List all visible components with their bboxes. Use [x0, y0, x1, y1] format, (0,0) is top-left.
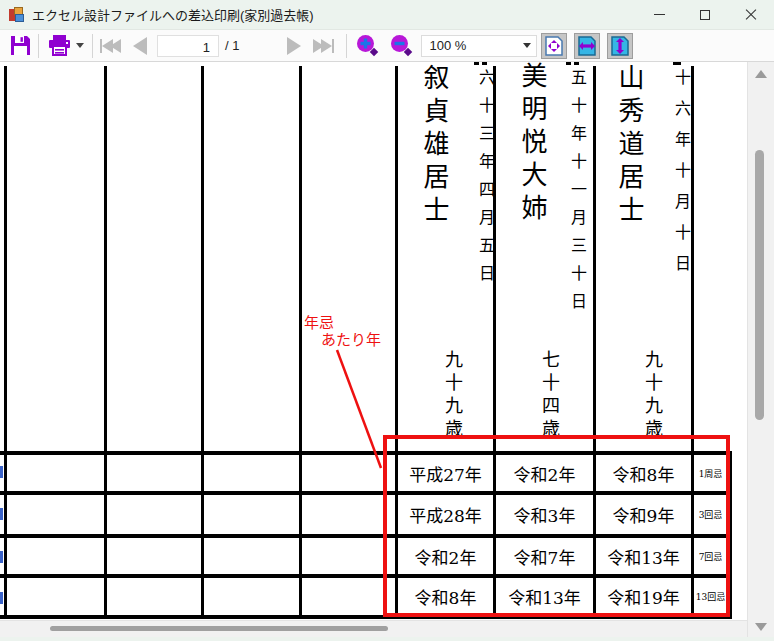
fit-height-icon	[610, 36, 630, 56]
age-at-death: 九十九歳	[639, 350, 665, 442]
clipped-row-text-fragment	[0, 592, 3, 604]
close-icon	[745, 9, 757, 21]
window-bottom-border	[0, 637, 774, 641]
toolbar-separator	[92, 34, 93, 58]
toolbar-separator	[38, 34, 39, 58]
close-button[interactable]	[728, 0, 774, 30]
zoom-out-icon	[390, 34, 413, 57]
maximize-icon	[700, 10, 710, 20]
chevron-down-icon	[76, 43, 84, 48]
page-number-input[interactable]	[157, 35, 219, 57]
last-page-button[interactable]	[313, 39, 334, 53]
zoom-in-button[interactable]	[354, 34, 380, 57]
page-total-label: / 1	[225, 38, 239, 53]
zoom-in-icon	[356, 34, 379, 57]
clipped-row-text-fragment	[0, 508, 3, 520]
kaimyo-name: 叙貞雄居士	[416, 64, 453, 229]
previous-page-icon	[133, 37, 147, 55]
print-options-dropdown[interactable]	[73, 43, 87, 48]
print-preview-area: 叙貞雄居士 六十三年四月五日 九十九歳 美明悦大姉 五十年十一月三十日 七十四歳…	[0, 62, 774, 641]
scroll-up-icon[interactable]	[755, 70, 767, 78]
window-title: エクセル設計ファイルへの差込印刷(家別過去帳)	[32, 5, 314, 24]
last-page-bar	[332, 39, 334, 53]
app-icon	[9, 7, 25, 23]
maximize-button[interactable]	[682, 0, 728, 30]
toolbar-separator	[346, 34, 347, 58]
age-at-death: 七十四歳	[536, 350, 562, 442]
minimize-button[interactable]	[636, 0, 682, 30]
death-date: 五十年十一月三十日	[565, 69, 589, 321]
clipped-row-text-fragment	[0, 551, 3, 563]
kaimyo-name: 美明悦大姉	[514, 62, 551, 227]
toolbar: / 1 100 %	[0, 30, 774, 62]
printer-icon	[48, 35, 72, 56]
chevron-down-icon	[523, 43, 531, 48]
zoom-level-value: 100 %	[429, 38, 466, 53]
zoom-level-select[interactable]: 100 %	[421, 35, 537, 57]
clipped-char-fragment	[473, 62, 489, 66]
annotation-text-line2: あたり年	[321, 328, 381, 349]
clipped-char-fragment	[669, 62, 685, 66]
title-bar: エクセル設計ファイルへの差込印刷(家別過去帳)	[0, 0, 774, 30]
scroll-down-icon[interactable]	[755, 623, 767, 631]
triangle-right-icon	[321, 39, 332, 53]
clipped-row-text-fragment	[0, 466, 3, 478]
fit-width-icon	[577, 36, 597, 56]
horizontal-scrollbar-thumb[interactable]	[50, 626, 388, 631]
death-date: 六十三年四月五日	[473, 69, 497, 293]
next-page-button[interactable]	[287, 37, 301, 55]
clipped-char-fragment	[565, 62, 581, 66]
kaimyo-name: 山秀道居士	[611, 64, 648, 229]
fit-height-button[interactable]	[607, 33, 633, 59]
fit-page-button[interactable]	[541, 33, 567, 59]
first-page-button[interactable]	[100, 39, 121, 53]
minimize-icon	[654, 14, 665, 15]
age-at-death: 九十九歳	[439, 350, 465, 442]
fit-width-button[interactable]	[574, 33, 600, 59]
triangle-left-icon	[110, 39, 121, 53]
previous-page-button[interactable]	[133, 37, 147, 55]
save-button[interactable]	[8, 35, 32, 56]
fit-page-icon	[544, 36, 564, 56]
vertical-scrollbar-thumb[interactable]	[755, 150, 764, 420]
zoom-out-button[interactable]	[388, 34, 414, 57]
death-date: 十六年十月十日	[669, 69, 693, 286]
save-icon	[10, 35, 31, 56]
next-page-icon	[287, 37, 301, 55]
print-button[interactable]	[47, 35, 73, 56]
annotation-highlight-box	[383, 435, 730, 617]
